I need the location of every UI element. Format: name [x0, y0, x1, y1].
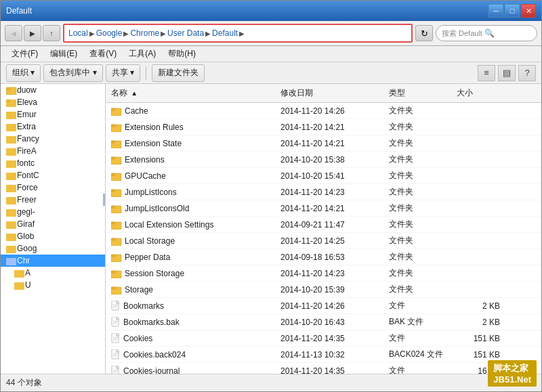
svg-rect-27	[111, 157, 115, 159]
table-row[interactable]: Cache 2014-11-20 14:26 文件夹	[106, 103, 541, 119]
breadcrumb-userdata[interactable]: User Data	[167, 28, 204, 38]
table-row[interactable]: Cookies 2014-11-20 14:35 文件 151 KB	[106, 330, 541, 347]
nav-buttons: ◄ ► ↑	[5, 25, 60, 41]
forward-button[interactable]: ►	[24, 25, 41, 41]
svg-rect-19	[14, 282, 24, 290]
folder-icon	[6, 158, 17, 168]
table-row[interactable]: Extension Rules 2014-11-20 14:21 文件夹	[106, 119, 541, 135]
help-button[interactable]: ?	[518, 65, 536, 81]
sidebar-item-giraf[interactable]: Giraf	[1, 218, 105, 230]
table-row[interactable]: Session Storage 2014-11-20 14:23 文件夹	[106, 265, 541, 282]
folder-icon	[14, 280, 25, 290]
sidebar-item-a[interactable]: A	[1, 267, 105, 279]
include-library-button[interactable]: 包含到库中 ▾	[43, 64, 102, 82]
table-row[interactable]: Pepper Data 2014-09-18 16:53 文件夹	[106, 249, 541, 265]
sidebar-item-goog[interactable]: Goog	[1, 242, 105, 255]
menu-edit[interactable]: 编辑(E)	[45, 47, 83, 61]
table-row[interactable]: Extensions 2014-10-20 15:38 文件夹	[106, 152, 541, 168]
share-button[interactable]: 共享 ▾	[106, 64, 140, 82]
file-date: 2014-09-21 11:47	[275, 219, 383, 230]
header-date[interactable]: 修改日期	[275, 86, 383, 100]
table-row[interactable]: JumpListIconsOld 2014-11-20 14:21 文件夹	[106, 200, 541, 217]
view-list-button[interactable]: ≡	[478, 65, 495, 81]
address-bar[interactable]: Local ▶ Google ▶ Chrome ▶ User Data ▶ De…	[63, 24, 413, 43]
breadcrumb-google[interactable]: Google	[96, 28, 123, 38]
header-name[interactable]: 名称 ▲	[106, 86, 275, 100]
maximize-button[interactable]: □	[505, 4, 520, 18]
folder-icon	[14, 268, 25, 278]
svg-rect-39	[111, 255, 115, 257]
table-row[interactable]: Local Storage 2014-11-20 14:25 文件夹	[106, 233, 541, 249]
table-row[interactable]: Storage 2014-10-20 15:39 文件夹	[106, 282, 541, 298]
title-bar-buttons: ─ □ ✕	[488, 4, 536, 18]
file-size	[451, 240, 505, 242]
file-size	[451, 257, 505, 258]
table-row[interactable]: JumpListIcons 2014-11-20 14:23 文件夹	[106, 184, 541, 200]
file-name: Session Storage	[106, 268, 275, 279]
organize-button[interactable]: 组织 ▾	[6, 64, 41, 82]
file-size	[451, 208, 505, 209]
sidebar-item-force[interactable]: Force	[1, 181, 105, 194]
header-size[interactable]: 大小	[451, 86, 505, 100]
file-name: Pepper Data	[106, 252, 275, 263]
address-area: ◄ ► ↑ Local ▶ Google ▶ Chrome ▶ User Dat…	[1, 21, 541, 46]
search-placeholder: 搜索 Default	[442, 28, 482, 39]
sidebar-item-u[interactable]: U	[1, 279, 105, 291]
breadcrumb-sep-3: ▶	[161, 30, 166, 37]
search-icon[interactable]: 🔍	[482, 26, 497, 41]
file-date: 2014-11-20 14:21	[275, 138, 383, 149]
sidebar-item-fancy[interactable]: Fancy	[1, 133, 105, 145]
back-button[interactable]: ◄	[5, 25, 22, 41]
breadcrumb-chrome[interactable]: Chrome	[130, 28, 159, 38]
folder-icon	[6, 171, 17, 180]
file-date: 2014-11-20 14:35	[275, 366, 383, 374]
sidebar-item-eleva[interactable]: Eleva	[1, 96, 105, 108]
folder-icon	[6, 195, 17, 204]
sidebar-item-emur[interactable]: Emur	[1, 108, 105, 121]
sidebar-item-gegl[interactable]: gegl-	[1, 206, 105, 218]
file-name: JumpListIconsOld	[106, 203, 275, 214]
table-row[interactable]: Extension State 2014-11-20 14:21 文件夹	[106, 135, 541, 152]
refresh-button[interactable]: ↻	[415, 25, 433, 41]
search-box[interactable]: 搜索 Default 🔍	[436, 25, 537, 41]
folder-icon	[6, 207, 17, 217]
svg-rect-6	[6, 124, 16, 131]
watermark: 脚本之家 JB51.Net	[488, 360, 537, 387]
main-area: duow Eleva Emur Extra Fancy FireA	[1, 84, 541, 374]
table-row[interactable]: Cookies.back024 2014-11-13 10:32 BACK024…	[106, 347, 541, 363]
file-date: 2014-11-20 14:21	[275, 203, 383, 214]
folder-icon	[111, 155, 122, 165]
file-icon	[111, 349, 121, 360]
breadcrumb-default[interactable]: Default	[212, 28, 238, 38]
table-row[interactable]: Bookmarks 2014-11-20 14:26 文件 2 KB	[106, 298, 541, 314]
folder-icon	[111, 269, 122, 278]
new-folder-button[interactable]: 新建文件夹	[152, 64, 205, 82]
table-row[interactable]: Local Extension Settings 2014-09-21 11:4…	[106, 217, 541, 233]
table-row[interactable]: Cookies-journal 2014-11-20 14:35 文件 16 K…	[106, 363, 541, 374]
svg-rect-37	[111, 238, 115, 240]
file-size: 151 KB	[451, 333, 505, 344]
sidebar-item-fontc[interactable]: fontc	[1, 157, 105, 169]
up-button[interactable]: ↑	[43, 25, 60, 41]
file-name: Local Storage	[106, 236, 275, 246]
sidebar-item-glob[interactable]: Glob	[1, 230, 105, 242]
folder-icon	[6, 134, 17, 144]
header-type[interactable]: 类型	[383, 86, 451, 100]
menu-file[interactable]: 文件(F)	[6, 47, 43, 61]
view-preview-button[interactable]: ▤	[498, 65, 516, 81]
sidebar-item-extra[interactable]: Extra	[1, 121, 105, 133]
table-row[interactable]: Bookmarks.bak 2014-10-20 16:43 BAK 文件 2 …	[106, 314, 541, 330]
close-button[interactable]: ✕	[521, 4, 536, 18]
menu-view[interactable]: 查看(V)	[84, 47, 122, 61]
menu-tools[interactable]: 工具(A)	[123, 47, 161, 61]
breadcrumb-local[interactable]: Local	[68, 28, 88, 38]
sidebar-item-fontc2[interactable]: FontC	[1, 169, 105, 181]
sidebar-item-firea[interactable]: FireA	[1, 145, 105, 157]
minimize-button[interactable]: ─	[488, 4, 503, 18]
sidebar-item-chr[interactable]: Chr	[1, 255, 105, 267]
sidebar-item-freer[interactable]: Freer	[1, 194, 105, 206]
sidebar-item-duow[interactable]: duow	[1, 84, 105, 96]
table-row[interactable]: GPUCache 2014-10-20 15:41 文件夹	[106, 168, 541, 184]
watermark-line2: JB51.Net	[493, 374, 531, 385]
menu-help[interactable]: 帮助(H)	[163, 47, 201, 61]
